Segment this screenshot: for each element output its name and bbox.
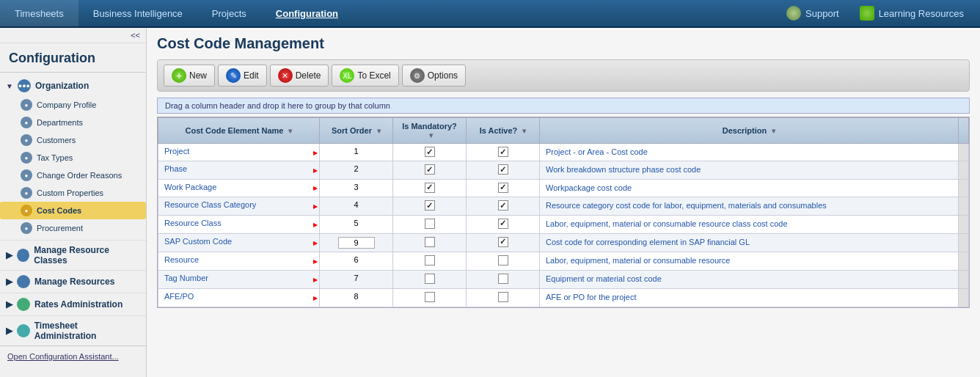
cost-codes-icon: ● [21,205,32,216]
row-name-link[interactable]: Resource Class [164,219,222,227]
sidebar-item-change-order-reasons[interactable]: ● Change Order Reasons [0,166,146,184]
description-link[interactable]: Work breakdown structure phase cost code [546,165,701,174]
row-name-link[interactable]: Tag Number [164,274,208,282]
expand-arrow-rates: ▶ [6,299,12,310]
description-link[interactable]: Labor, equipment, material or consumable… [546,256,730,265]
row-name-link[interactable]: SAP Custom Code [164,237,232,246]
data-grid: Cost Code Element Name ▾ Sort Order ▾ Is… [158,117,969,307]
cell-active [467,252,540,270]
mandatory-checkbox[interactable] [425,183,435,193]
description-link[interactable]: Labor, equipment, material or consumable… [546,219,788,228]
scrollbar-cell [959,288,969,307]
edit-button[interactable]: ✎ Edit [218,65,267,87]
company-profile-icon: ● [21,99,32,111]
required-indicator: ▶ [313,294,318,301]
table-row: Resource▶6Labor, equipment, material or … [158,252,969,270]
active-checkbox[interactable] [498,147,508,157]
departments-icon: ● [21,117,32,128]
nav-projects[interactable]: Projects [197,0,261,26]
row-name-link[interactable]: AFE/PO [164,292,194,301]
sidebar-item-custom-properties[interactable]: ● Custom Properties [0,184,146,202]
new-button[interactable]: + New [164,65,215,87]
mandatory-checkbox[interactable] [425,237,435,247]
options-button[interactable]: ⚙ Options [402,65,466,87]
sidebar-item-cost-codes[interactable]: ● Cost Codes [0,202,146,219]
description-link[interactable]: Equipment or material cost code [546,274,662,283]
active-checkbox[interactable] [498,255,508,266]
filter-description-icon[interactable]: ▾ [772,127,775,135]
scrollbar-cell [959,197,969,215]
active-checkbox[interactable] [498,164,508,175]
table-row: Resource Class▶5Labor, equipment, materi… [158,215,969,233]
required-indicator: ▶ [313,276,318,282]
sidebar-section-timesheet-administration[interactable]: ▶ Timesheet Administration [0,315,146,345]
cell-sort-order: 4 [320,197,393,215]
cell-description: Workpackage cost code [540,179,959,197]
sidebar-item-departments[interactable]: ● Departments [0,114,146,131]
nav-configuration[interactable]: Configuration [261,0,353,26]
mandatory-checkbox[interactable] [425,147,435,157]
col-header-sort[interactable]: Sort Order ▾ [320,118,393,144]
row-name-link[interactable]: Work Package [164,183,216,191]
cell-sort-order: 7 [320,270,393,288]
mandatory-checkbox[interactable] [425,219,435,229]
delete-icon: ✕ [278,68,293,83]
sidebar-section-manage-resource-classes[interactable]: ▶ Manage Resource Classes [0,240,146,270]
mandatory-checkbox[interactable] [425,200,435,211]
filter-mandatory-icon[interactable]: ▾ [429,131,433,139]
sidebar-item-customers[interactable]: ● Customers [0,131,146,149]
nav-business-intelligence[interactable]: Business Intelligence [78,0,197,26]
description-link[interactable]: Resource category cost code for labor, e… [546,201,827,210]
sidebar-group-organization[interactable]: ▼ ●●● Organization [0,76,146,96]
active-checkbox[interactable] [498,183,508,193]
change-order-icon: ● [21,169,32,181]
mandatory-checkbox[interactable] [425,255,435,266]
active-checkbox[interactable] [498,274,508,284]
required-indicator: ▶ [313,221,318,227]
sidebar-section-rates-administration[interactable]: ▶ Rates Administration [0,293,146,315]
cell-sort-order: 5 [320,215,393,233]
sidebar-item-procurement[interactable]: ● Procurement [0,219,146,237]
row-name-link[interactable]: Resource [164,255,199,264]
cell-name: Resource Class Category▶ [158,197,320,215]
description-link[interactable]: Project - or Area - Cost code [546,147,648,156]
filter-active-icon[interactable]: ▾ [522,127,526,135]
mandatory-checkbox[interactable] [425,274,435,284]
cell-active [467,161,540,179]
description-link[interactable]: Cost code for corresponding element in S… [546,238,750,246]
sidebar-section-manage-resources[interactable]: ▶ Manage Resources [0,270,146,293]
active-checkbox[interactable] [498,237,508,247]
col-header-active[interactable]: Is Active? ▾ [467,118,540,144]
description-link[interactable]: AFE or PO for the project [546,293,637,301]
toolbar: + New ✎ Edit ✕ Delete XL To Excel ⚙ Opti… [157,59,970,92]
nav-learning-resources[interactable]: Learning Resources [851,6,973,21]
open-config-assistant-link[interactable]: Open Configuration Assistant... [0,345,146,367]
active-checkbox[interactable] [498,292,508,302]
col-header-mandatory[interactable]: Is Mandatory? ▾ [393,118,467,144]
cell-mandatory [393,161,467,179]
row-name-link[interactable]: Resource Class Category [164,200,256,209]
filter-name-icon[interactable]: ▾ [288,127,292,135]
to-excel-button[interactable]: XL To Excel [332,65,398,87]
expand-arrow-organization: ▼ [6,82,13,90]
row-name-link[interactable]: Project [164,147,189,155]
mandatory-checkbox[interactable] [425,292,435,302]
delete-button[interactable]: ✕ Delete [270,65,329,87]
nav-timesheets[interactable]: Timesheets [0,0,78,26]
filter-sort-icon[interactable]: ▾ [377,127,381,135]
cell-sort-order [320,233,393,252]
table-row: Phase▶2Work breakdown structure phase co… [158,161,969,179]
cell-mandatory [393,252,467,270]
nav-support[interactable]: Support [778,6,848,21]
mandatory-checkbox[interactable] [425,164,435,175]
sort-order-input[interactable] [338,237,375,249]
col-header-description[interactable]: Description ▾ [540,118,959,144]
col-header-name[interactable]: Cost Code Element Name ▾ [158,118,320,144]
row-name-link[interactable]: Phase [164,164,187,173]
sidebar-collapse-button[interactable]: << [0,28,146,43]
sidebar-item-company-profile[interactable]: ● Company Profile [0,96,146,114]
active-checkbox[interactable] [498,219,508,229]
active-checkbox[interactable] [498,200,508,211]
description-link[interactable]: Workpackage cost code [546,183,632,192]
sidebar-item-tax-types[interactable]: ● Tax Types [0,149,146,166]
